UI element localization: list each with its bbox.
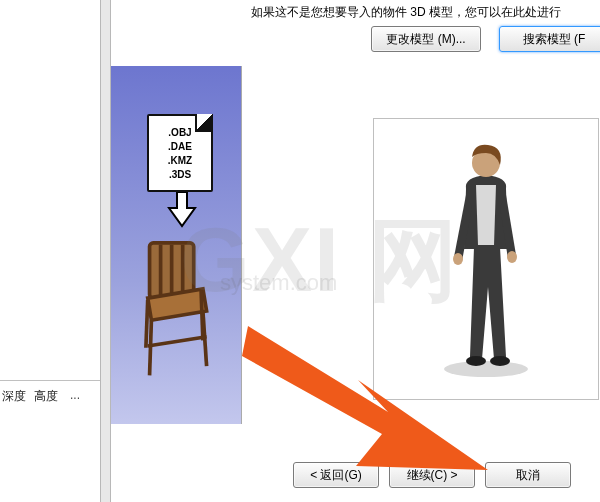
file-extensions-text: .OBJ.DAE.KMZ.3DS [149,116,211,182]
svg-line-7 [201,291,203,341]
svg-point-11 [453,253,463,265]
more-fields-indicator: ... [70,388,80,405]
properties-panel: 深度 高度 ... [0,0,101,502]
svg-line-6 [146,300,148,348]
back-button[interactable]: < 返回(G) [293,462,379,488]
depth-label: 深度 [2,388,26,405]
svg-point-14 [490,356,510,366]
cancel-button[interactable]: 取消 [485,462,571,488]
person-figure-icon [416,137,556,377]
search-model-button[interactable]: 搜索模型 (F [499,26,600,52]
svg-point-13 [466,356,486,366]
height-label: 高度 [34,388,58,405]
panel-divider [0,380,100,381]
chair-icon [133,236,225,386]
change-model-button[interactable]: 更改模型 (M)... [371,26,481,52]
svg-point-9 [444,361,528,377]
instruction-text: 如果这不是您想要导入的物件 3D 模型，您可以在此处进行 [251,4,561,21]
svg-line-8 [148,337,207,346]
svg-point-12 [507,251,517,263]
side-illustration: .OBJ.DAE.KMZ.3DS [111,66,242,424]
model-preview [373,118,599,400]
continue-button[interactable]: 继续(C) > [389,462,475,488]
import-model-dialog: 如果这不是您想要导入的物件 3D 模型，您可以在此处进行 更改模型 (M)...… [110,0,600,502]
file-formats-icon: .OBJ.DAE.KMZ.3DS [147,114,213,192]
svg-line-4 [150,320,152,375]
